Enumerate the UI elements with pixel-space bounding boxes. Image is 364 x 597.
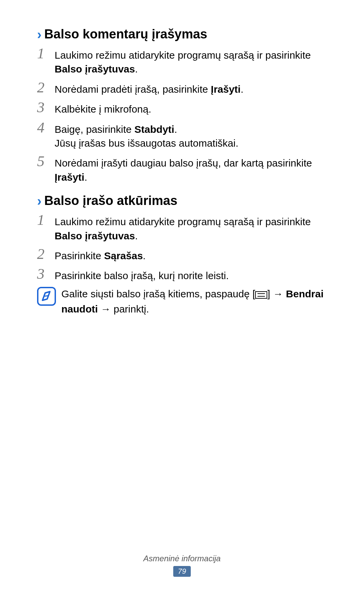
step-text: Norėdami įrašyti daugiau balso įrašų, da… [55,154,327,184]
note-text: Galite siųsti balso įrašą kitiems, paspa… [59,287,327,316]
step: 1 Laukimo režimu atidarykite programų są… [37,213,327,243]
step-text: Kalbėkite į mikrofoną. [55,100,151,116]
page-number-badge: 79 [173,566,191,577]
section-playback: › Balso įrašo atkūrimas 1 Laukimo režimu… [37,193,327,316]
step-number: 3 [37,267,55,281]
step: 3 Kalbėkite į mikrofoną. [37,100,327,116]
step-text: Laukimo režimu atidarykite programų sąra… [55,46,327,76]
note-icon [37,287,59,306]
svg-line-1 [44,296,49,296]
document-page: › Balso komentarų įrašymas 1 Laukimo rež… [0,0,364,597]
menu-icon [255,288,267,302]
step: 2 Pasirinkite Sąrašas. [37,247,327,263]
step-text: Pasirinkite Sąrašas. [55,247,146,263]
step-number: 1 [37,213,55,228]
step-number: 5 [37,154,55,169]
step-number: 3 [37,100,55,115]
step-text: Pasirinkite balso įrašą, kurį norite lei… [55,267,229,282]
page-footer: Asmeninė informacija 79 [0,554,364,577]
note-block: Galite siųsti balso įrašą kitiems, paspa… [37,287,327,316]
step-number: 4 [37,120,55,135]
step-number: 1 [37,46,55,61]
svg-rect-2 [255,292,267,298]
steps-list: 1 Laukimo režimu atidarykite programų są… [37,46,327,184]
step-number: 2 [37,247,55,262]
section-heading: › Balso įrašo atkūrimas [37,193,327,208]
step-text: Norėdami pradėti įrašą, pasirinkite Įraš… [55,80,243,96]
step-text: Laukimo režimu atidarykite programų sąra… [55,213,327,243]
footer-section-title: Asmeninė informacija [0,554,364,563]
chevron-right-icon: › [37,28,41,41]
steps-list: 1 Laukimo režimu atidarykite programų są… [37,213,327,283]
step-text: Baigę, pasirinkite Stabdyti. Jūsų įrašas… [55,120,238,150]
step: 4 Baigę, pasirinkite Stabdyti. Jūsų įraš… [37,120,327,150]
step: 1 Laukimo režimu atidarykite programų są… [37,46,327,76]
section-title: Balso įrašo atkūrimas [44,193,177,208]
step: 5 Norėdami įrašyti daugiau balso įrašų, … [37,154,327,184]
section-heading: › Balso komentarų įrašymas [37,27,327,41]
step-number: 2 [37,80,55,95]
section-title: Balso komentarų įrašymas [44,27,207,41]
step: 3 Pasirinkite balso įrašą, kurį norite l… [37,267,327,282]
chevron-right-icon: › [37,194,41,208]
section-recording: › Balso komentarų įrašymas 1 Laukimo rež… [37,27,327,184]
step: 2 Norėdami pradėti įrašą, pasirinkite Įr… [37,80,327,96]
